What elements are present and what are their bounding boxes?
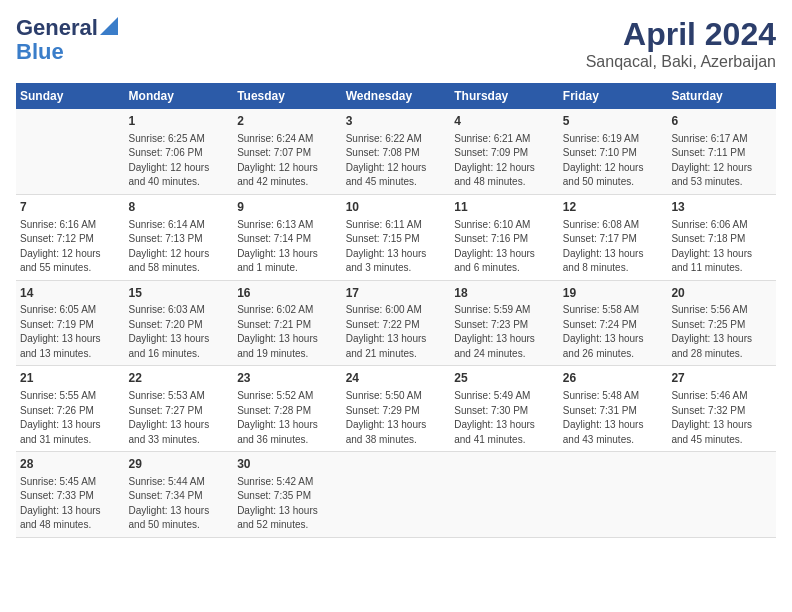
calendar-cell: 18Sunrise: 5:59 AMSunset: 7:23 PMDayligh… xyxy=(450,280,559,366)
day-content: Sunrise: 6:24 AMSunset: 7:07 PMDaylight:… xyxy=(237,132,338,190)
page-header: General Blue April 2024 Sanqacal, Baki, … xyxy=(16,16,776,71)
day-number: 17 xyxy=(346,285,447,302)
calendar-week-row: 7Sunrise: 6:16 AMSunset: 7:12 PMDaylight… xyxy=(16,194,776,280)
day-number: 25 xyxy=(454,370,555,387)
calendar-cell: 6Sunrise: 6:17 AMSunset: 7:11 PMDaylight… xyxy=(667,109,776,194)
calendar-cell: 7Sunrise: 6:16 AMSunset: 7:12 PMDaylight… xyxy=(16,194,125,280)
day-content: Sunrise: 5:56 AMSunset: 7:25 PMDaylight:… xyxy=(671,303,772,361)
calendar-cell: 13Sunrise: 6:06 AMSunset: 7:18 PMDayligh… xyxy=(667,194,776,280)
day-content: Sunrise: 6:21 AMSunset: 7:09 PMDaylight:… xyxy=(454,132,555,190)
day-number: 29 xyxy=(129,456,230,473)
calendar-cell: 3Sunrise: 6:22 AMSunset: 7:08 PMDaylight… xyxy=(342,109,451,194)
calendar-cell: 1Sunrise: 6:25 AMSunset: 7:06 PMDaylight… xyxy=(125,109,234,194)
day-number: 15 xyxy=(129,285,230,302)
logo-general: General xyxy=(16,16,98,40)
day-content: Sunrise: 6:11 AMSunset: 7:15 PMDaylight:… xyxy=(346,218,447,276)
day-content: Sunrise: 5:44 AMSunset: 7:34 PMDaylight:… xyxy=(129,475,230,533)
calendar-cell: 19Sunrise: 5:58 AMSunset: 7:24 PMDayligh… xyxy=(559,280,668,366)
calendar-week-row: 14Sunrise: 6:05 AMSunset: 7:19 PMDayligh… xyxy=(16,280,776,366)
calendar-cell: 11Sunrise: 6:10 AMSunset: 7:16 PMDayligh… xyxy=(450,194,559,280)
logo-icon xyxy=(100,17,118,35)
calendar-cell: 17Sunrise: 6:00 AMSunset: 7:22 PMDayligh… xyxy=(342,280,451,366)
day-number: 12 xyxy=(563,199,664,216)
calendar-cell: 12Sunrise: 6:08 AMSunset: 7:17 PMDayligh… xyxy=(559,194,668,280)
calendar-cell: 9Sunrise: 6:13 AMSunset: 7:14 PMDaylight… xyxy=(233,194,342,280)
day-number: 19 xyxy=(563,285,664,302)
day-content: Sunrise: 6:00 AMSunset: 7:22 PMDaylight:… xyxy=(346,303,447,361)
day-content: Sunrise: 5:45 AMSunset: 7:33 PMDaylight:… xyxy=(20,475,121,533)
calendar-cell: 28Sunrise: 5:45 AMSunset: 7:33 PMDayligh… xyxy=(16,452,125,538)
calendar-cell: 29Sunrise: 5:44 AMSunset: 7:34 PMDayligh… xyxy=(125,452,234,538)
calendar-cell: 25Sunrise: 5:49 AMSunset: 7:30 PMDayligh… xyxy=(450,366,559,452)
day-number: 8 xyxy=(129,199,230,216)
day-content: Sunrise: 6:17 AMSunset: 7:11 PMDaylight:… xyxy=(671,132,772,190)
day-number: 16 xyxy=(237,285,338,302)
svg-marker-0 xyxy=(100,17,118,35)
calendar-cell: 16Sunrise: 6:02 AMSunset: 7:21 PMDayligh… xyxy=(233,280,342,366)
day-number: 21 xyxy=(20,370,121,387)
day-number: 28 xyxy=(20,456,121,473)
calendar-cell xyxy=(667,452,776,538)
day-number: 20 xyxy=(671,285,772,302)
header-friday: Friday xyxy=(559,83,668,109)
header-saturday: Saturday xyxy=(667,83,776,109)
day-content: Sunrise: 6:25 AMSunset: 7:06 PMDaylight:… xyxy=(129,132,230,190)
day-number: 9 xyxy=(237,199,338,216)
day-content: Sunrise: 6:13 AMSunset: 7:14 PMDaylight:… xyxy=(237,218,338,276)
day-content: Sunrise: 5:55 AMSunset: 7:26 PMDaylight:… xyxy=(20,389,121,447)
day-number: 2 xyxy=(237,113,338,130)
calendar-cell xyxy=(450,452,559,538)
day-number: 27 xyxy=(671,370,772,387)
calendar-cell: 30Sunrise: 5:42 AMSunset: 7:35 PMDayligh… xyxy=(233,452,342,538)
logo: General Blue xyxy=(16,16,118,64)
header-tuesday: Tuesday xyxy=(233,83,342,109)
day-number: 6 xyxy=(671,113,772,130)
day-number: 1 xyxy=(129,113,230,130)
calendar-week-row: 28Sunrise: 5:45 AMSunset: 7:33 PMDayligh… xyxy=(16,452,776,538)
day-content: Sunrise: 6:03 AMSunset: 7:20 PMDaylight:… xyxy=(129,303,230,361)
day-content: Sunrise: 5:58 AMSunset: 7:24 PMDaylight:… xyxy=(563,303,664,361)
day-content: Sunrise: 6:10 AMSunset: 7:16 PMDaylight:… xyxy=(454,218,555,276)
day-content: Sunrise: 5:53 AMSunset: 7:27 PMDaylight:… xyxy=(129,389,230,447)
day-number: 23 xyxy=(237,370,338,387)
day-number: 3 xyxy=(346,113,447,130)
day-content: Sunrise: 5:52 AMSunset: 7:28 PMDaylight:… xyxy=(237,389,338,447)
calendar-cell: 27Sunrise: 5:46 AMSunset: 7:32 PMDayligh… xyxy=(667,366,776,452)
day-number: 26 xyxy=(563,370,664,387)
header-monday: Monday xyxy=(125,83,234,109)
day-content: Sunrise: 6:16 AMSunset: 7:12 PMDaylight:… xyxy=(20,218,121,276)
day-number: 13 xyxy=(671,199,772,216)
day-number: 30 xyxy=(237,456,338,473)
header-sunday: Sunday xyxy=(16,83,125,109)
day-number: 5 xyxy=(563,113,664,130)
day-content: Sunrise: 5:49 AMSunset: 7:30 PMDaylight:… xyxy=(454,389,555,447)
day-content: Sunrise: 5:46 AMSunset: 7:32 PMDaylight:… xyxy=(671,389,772,447)
logo-blue: Blue xyxy=(16,40,64,64)
day-content: Sunrise: 5:59 AMSunset: 7:23 PMDaylight:… xyxy=(454,303,555,361)
calendar-cell: 22Sunrise: 5:53 AMSunset: 7:27 PMDayligh… xyxy=(125,366,234,452)
day-number: 22 xyxy=(129,370,230,387)
calendar-cell xyxy=(16,109,125,194)
calendar-cell: 14Sunrise: 6:05 AMSunset: 7:19 PMDayligh… xyxy=(16,280,125,366)
calendar-week-row: 21Sunrise: 5:55 AMSunset: 7:26 PMDayligh… xyxy=(16,366,776,452)
day-content: Sunrise: 5:48 AMSunset: 7:31 PMDaylight:… xyxy=(563,389,664,447)
calendar-cell: 20Sunrise: 5:56 AMSunset: 7:25 PMDayligh… xyxy=(667,280,776,366)
calendar-cell: 4Sunrise: 6:21 AMSunset: 7:09 PMDaylight… xyxy=(450,109,559,194)
calendar-cell: 21Sunrise: 5:55 AMSunset: 7:26 PMDayligh… xyxy=(16,366,125,452)
day-content: Sunrise: 6:14 AMSunset: 7:13 PMDaylight:… xyxy=(129,218,230,276)
calendar-cell: 10Sunrise: 6:11 AMSunset: 7:15 PMDayligh… xyxy=(342,194,451,280)
calendar-cell: 26Sunrise: 5:48 AMSunset: 7:31 PMDayligh… xyxy=(559,366,668,452)
calendar-cell: 2Sunrise: 6:24 AMSunset: 7:07 PMDaylight… xyxy=(233,109,342,194)
day-content: Sunrise: 6:02 AMSunset: 7:21 PMDaylight:… xyxy=(237,303,338,361)
calendar-table: Sunday Monday Tuesday Wednesday Thursday… xyxy=(16,83,776,538)
day-number: 24 xyxy=(346,370,447,387)
calendar-cell: 24Sunrise: 5:50 AMSunset: 7:29 PMDayligh… xyxy=(342,366,451,452)
calendar-subtitle: Sanqacal, Baki, Azerbaijan xyxy=(586,53,776,71)
calendar-cell: 8Sunrise: 6:14 AMSunset: 7:13 PMDaylight… xyxy=(125,194,234,280)
day-content: Sunrise: 6:22 AMSunset: 7:08 PMDaylight:… xyxy=(346,132,447,190)
calendar-week-row: 1Sunrise: 6:25 AMSunset: 7:06 PMDaylight… xyxy=(16,109,776,194)
calendar-cell: 5Sunrise: 6:19 AMSunset: 7:10 PMDaylight… xyxy=(559,109,668,194)
day-content: Sunrise: 6:05 AMSunset: 7:19 PMDaylight:… xyxy=(20,303,121,361)
day-number: 7 xyxy=(20,199,121,216)
day-content: Sunrise: 6:19 AMSunset: 7:10 PMDaylight:… xyxy=(563,132,664,190)
